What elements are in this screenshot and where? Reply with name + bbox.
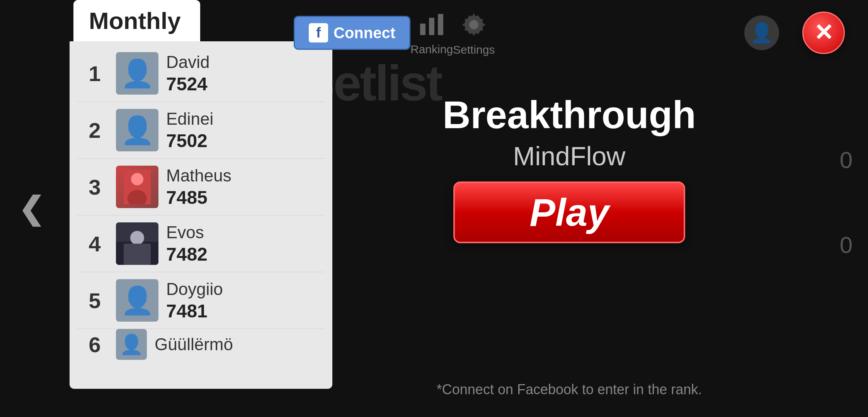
- avatar: 👤: [116, 329, 147, 360]
- fb-connect-button[interactable]: f Connect: [294, 16, 410, 50]
- player-score: 7481: [166, 300, 223, 322]
- player-name: Edinei: [166, 109, 213, 129]
- avatar: 👤: [116, 279, 158, 322]
- list-item[interactable]: 4 Evos 7482: [77, 215, 325, 272]
- player-score: 7482: [166, 244, 208, 265]
- player-name: David: [166, 53, 210, 72]
- player-name: Evos: [166, 223, 208, 242]
- song-title: Breakthrough: [443, 93, 696, 137]
- rank-number: 4: [81, 231, 108, 256]
- list-item[interactable]: 6 👤 Güüllërmö: [77, 329, 325, 360]
- fb-connect-label: Connect: [334, 24, 395, 42]
- ranking-label: Ranking: [410, 43, 453, 56]
- list-item[interactable]: 3 Matheus 7485: [77, 159, 325, 215]
- settings-label: Settings: [453, 43, 495, 56]
- bottom-note: *Connect on Facebook to enter in the ran…: [271, 381, 868, 398]
- player-info: Edinei 7502: [166, 109, 213, 151]
- svg-point-1: [131, 173, 143, 185]
- player-info: Matheus 7485: [166, 166, 231, 208]
- player-info: Evos 7482: [166, 223, 208, 265]
- player-score: 7502: [166, 130, 213, 151]
- game-area: f Connect Ranking Settings: [271, 0, 868, 417]
- svg-rect-9: [438, 14, 443, 35]
- leaderboard-list: 1 👤 David 7524 2 👤 Edinei 7502 3: [70, 41, 332, 389]
- ranking-icon: [416, 10, 447, 41]
- back-button[interactable]: ❮: [12, 189, 50, 228]
- rank-number: 6: [81, 332, 108, 357]
- player-name: Matheus: [166, 166, 231, 185]
- player-name: Doygiio: [166, 280, 223, 299]
- player-info: Güüllërmö: [155, 335, 233, 354]
- user-avatar-icon: 👤: [744, 15, 779, 50]
- svg-rect-7: [420, 24, 425, 35]
- facebook-letter: f: [316, 25, 321, 41]
- rank-number: 3: [81, 175, 108, 200]
- player-name: Güüllërmö: [155, 335, 233, 354]
- player-score: 7524: [166, 73, 210, 95]
- rank-number: 1: [81, 61, 108, 86]
- settings-button[interactable]: Settings: [453, 9, 495, 56]
- play-label: Play: [529, 190, 609, 235]
- avatar-placeholder-icon: 👤: [119, 333, 143, 356]
- avatar-placeholder-icon: 👤: [121, 58, 154, 89]
- close-icon: ✕: [814, 21, 833, 44]
- list-item[interactable]: 2 👤 Edinei 7502: [77, 102, 325, 159]
- song-artist: MindFlow: [513, 141, 626, 171]
- avatar: [116, 166, 158, 208]
- rank-number: 2: [81, 118, 108, 143]
- avatar: 👤: [116, 52, 158, 95]
- avatar-photo: [116, 166, 158, 208]
- avatar-placeholder-icon: 👤: [121, 114, 154, 146]
- avatar-photo: [116, 222, 158, 265]
- monthly-tab-label: Monthly: [89, 7, 181, 34]
- avatar: [116, 222, 158, 265]
- close-button[interactable]: ✕: [802, 12, 845, 54]
- gear-icon: [458, 9, 489, 40]
- player-score: 7485: [166, 187, 231, 208]
- score-indicator-bottom: 0: [840, 232, 853, 258]
- rank-number: 5: [81, 288, 108, 313]
- svg-point-5: [130, 231, 144, 245]
- avatar-placeholder-icon: 👤: [121, 285, 154, 316]
- back-arrow-icon: ❮: [18, 191, 44, 227]
- monthly-tab[interactable]: Monthly: [73, 0, 200, 41]
- song-info: Breakthrough MindFlow: [271, 93, 868, 171]
- player-info: Doygiio 7481: [166, 280, 223, 322]
- svg-rect-6: [124, 244, 151, 265]
- facebook-icon: f: [309, 23, 328, 42]
- ranking-button[interactable]: Ranking: [410, 10, 453, 56]
- player-info: David 7524: [166, 53, 210, 95]
- list-item[interactable]: 5 👤 Doygiio 7481: [77, 272, 325, 329]
- play-button[interactable]: Play: [453, 181, 685, 243]
- avatar: 👤: [116, 109, 158, 151]
- score-indicator-top: 0: [840, 147, 853, 173]
- svg-rect-8: [429, 18, 434, 35]
- top-bar: f Connect Ranking Settings: [271, 0, 868, 66]
